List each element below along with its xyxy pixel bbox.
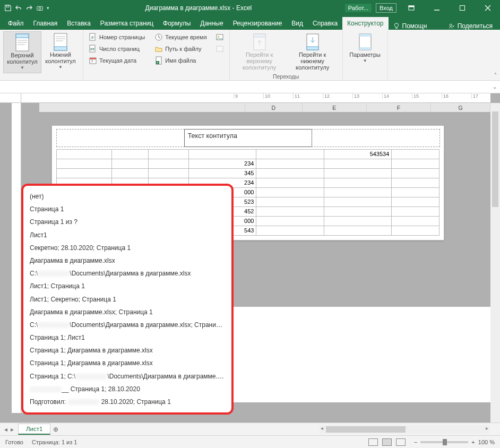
dropdown-item[interactable]: Диаграмма в диаграмме.xlsx (29, 254, 226, 267)
svg-point-9 (450, 24, 452, 26)
status-page: Страница: 1 из 1 (32, 439, 77, 445)
maximize-button[interactable] (450, 0, 475, 16)
column-header[interactable]: E (303, 103, 367, 112)
tab-help[interactable]: Справка (308, 17, 342, 30)
page-number-icon: # (89, 33, 97, 41)
tab-nav-last-icon[interactable]: ▸ (11, 426, 14, 433)
dropdown-item[interactable]: Диаграмма в диаграмме.xlsx; Страница 1 (29, 306, 226, 318)
folder-icon (154, 45, 163, 53)
dropdown-item[interactable]: Страница 1; Диаграмма в диаграмме.xlsx (29, 344, 226, 357)
dropdown-item[interactable]: Страница 1; Лист1 (29, 331, 226, 344)
dropdown-item[interactable]: Страница 1 из ? (29, 216, 226, 228)
svg-rect-16 (54, 47, 67, 50)
dropdown-item[interactable]: Страница 1; Диаграмма в диаграмме.xlsx (29, 357, 226, 369)
login-button[interactable]: Вход (376, 3, 396, 13)
view-page-break-icon[interactable] (396, 438, 406, 446)
ribbon-display-icon[interactable] (399, 0, 424, 16)
zoom-in-button[interactable]: + (471, 439, 475, 445)
status-bar: Готово Страница: 1 из 1 − + 100 % (0, 435, 500, 448)
save-icon[interactable] (4, 4, 12, 12)
column-header[interactable]: F (367, 103, 431, 112)
clock-icon (154, 33, 163, 41)
scrollbar-thumb[interactable] (492, 111, 498, 207)
svg-rect-40 (359, 47, 371, 50)
expand-formula-icon[interactable]: ⌄ (489, 84, 500, 90)
format-picture-icon (215, 45, 224, 53)
dropdown-item[interactable]: Лист1; Страница 1 (29, 280, 226, 292)
view-normal-icon[interactable] (368, 438, 378, 446)
goto-footer-button[interactable]: Перейти к нижнему колонтитулу (286, 31, 339, 73)
collapse-ribbon-icon[interactable]: ˄ (494, 72, 497, 78)
header-left[interactable] (56, 129, 185, 147)
goto-footer-icon (304, 33, 321, 50)
view-page-layout-icon[interactable] (382, 438, 392, 446)
tab-layout[interactable]: Разметка страниц (96, 17, 158, 30)
tab-review[interactable]: Рецензирование (228, 17, 287, 30)
column-header[interactable]: D (245, 103, 303, 112)
dropdown-item[interactable]: Страница 1; C:\\Documents\Диаграмма в ди… (29, 370, 226, 383)
header-dropdown-button[interactable]: Верхний колонтитул ▼ (3, 31, 41, 73)
page-count-icon: ## (89, 45, 97, 53)
svg-point-2 (39, 7, 41, 10)
dropdown-item[interactable]: Секретно; 28.10.2020; Страница 1 (29, 242, 226, 254)
picture-button[interactable] (213, 31, 226, 43)
tell-me[interactable]: Помощн (389, 22, 432, 30)
dropdown-item[interactable]: C:\\Documents\Диаграмма в диаграмме.xlsx… (29, 318, 226, 331)
options-button[interactable]: Параметры ▼ (346, 31, 384, 66)
dropdown-item[interactable]: Подготовил: 28.10.2020; Страница 1 (29, 395, 226, 408)
header-section[interactable]: Текст контитула (56, 129, 439, 147)
header-icon (14, 34, 31, 51)
tab-home[interactable]: Главная (29, 17, 63, 30)
scrollbar-thumb[interactable] (326, 426, 406, 433)
contextual-tab-label: Работ... (345, 4, 372, 12)
dropdown-item[interactable]: Лист1; Секретно; Страница 1 (29, 293, 226, 306)
footer-dropdown-button[interactable]: Нижний колонтитул ▼ (41, 31, 80, 72)
dropdown-item[interactable]: C:\\Documents\Диаграмма в диаграмме.xlsx (29, 267, 226, 280)
window-title: Диаграмма в диаграмме.xlsx - Excel (54, 4, 343, 12)
redo-icon[interactable] (25, 4, 33, 12)
file-path-button[interactable]: Путь к файлу (152, 43, 209, 55)
tab-formulas[interactable]: Формулы (158, 17, 195, 30)
worksheet-area: 9101112131415161718 DEFG 101112131415161… (0, 93, 500, 423)
header-right[interactable] (312, 129, 440, 147)
minimize-button[interactable] (425, 0, 449, 16)
header-center[interactable]: Текст контитула (184, 129, 313, 147)
current-time-button[interactable]: Текущее время (152, 31, 209, 43)
sheet-tab[interactable]: Лист1 (18, 424, 50, 435)
svg-text:X: X (157, 61, 159, 64)
dropdown-item[interactable]: __ Страница 1; 28.10.2020 (29, 383, 226, 395)
tab-view[interactable]: Вид (287, 17, 308, 30)
share-button[interactable]: Поделиться (444, 22, 497, 30)
page-number-button[interactable]: #Номер страницы (87, 31, 147, 43)
horizontal-scrollbar[interactable]: ◂ ▸ (320, 425, 489, 434)
vertical-ruler (12, 103, 21, 413)
dropdown-item[interactable]: (нет) (29, 190, 226, 203)
title-bar: ▾ Диаграмма в диаграмме.xlsx - Excel Раб… (0, 0, 500, 16)
current-date-button[interactable]: 7Текущая дата (87, 55, 147, 66)
svg-rect-11 (16, 34, 29, 38)
svg-point-32 (218, 36, 219, 38)
tab-data[interactable]: Данные (195, 17, 228, 30)
zoom-slider[interactable] (420, 441, 468, 443)
goto-header-button: Перейти к верхнему колонтитулу (233, 31, 286, 73)
excel-file-icon: X (154, 56, 163, 65)
zoom-out-button[interactable]: − (414, 439, 417, 445)
dropdown-item[interactable]: Страница 1 (29, 203, 226, 216)
vertical-scrollbar[interactable] (490, 103, 500, 423)
dropdown-item[interactable]: Лист1 (29, 229, 226, 242)
svg-rect-37 (307, 47, 318, 50)
column-header[interactable]: G (431, 103, 490, 112)
format-picture-button[interactable] (213, 43, 226, 55)
close-button[interactable] (476, 0, 500, 16)
tab-designer[interactable]: Конструктор (342, 17, 388, 30)
tab-insert[interactable]: Вставка (62, 17, 96, 30)
svg-rect-39 (359, 34, 371, 37)
group-label-nav: Переходы (233, 73, 339, 80)
camera-icon[interactable] (36, 4, 44, 12)
add-sheet-button[interactable]: ⊕ (50, 426, 61, 433)
tab-nav-first-icon[interactable]: ◂ (4, 426, 7, 433)
tab-file[interactable]: Файл (3, 17, 29, 30)
undo-icon[interactable] (15, 4, 22, 12)
page-count-button[interactable]: ##Число страниц (87, 43, 147, 55)
file-name-button[interactable]: XИмя файла (152, 55, 209, 66)
